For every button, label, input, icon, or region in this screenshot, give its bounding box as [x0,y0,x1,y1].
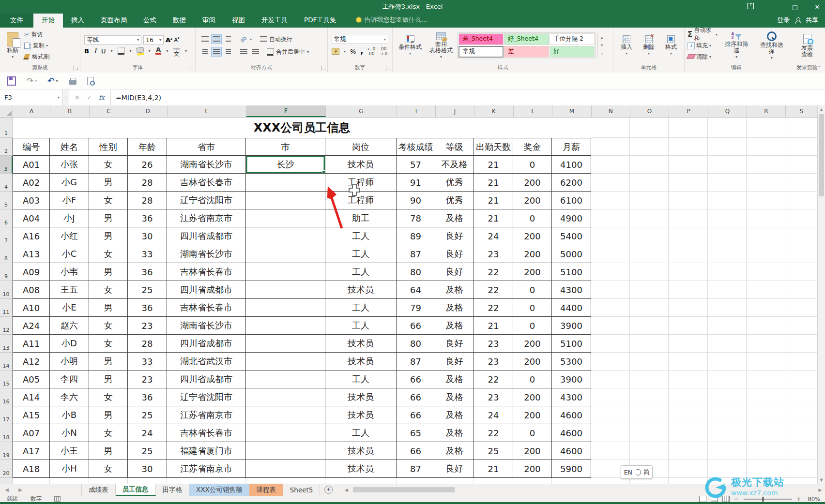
cell[interactable]: 女 [89,156,128,174]
cell[interactable]: 小N [50,424,89,442]
cell[interactable] [246,174,325,192]
cell[interactable]: 工人 [325,317,397,335]
cell[interactable]: A13 [13,245,50,263]
cell[interactable] [246,442,325,460]
cell[interactable]: 22 [474,371,513,388]
cell[interactable]: A16 [13,227,50,245]
cell[interactable] [630,317,669,335]
align-center-button[interactable] [211,47,222,57]
cell[interactable] [435,478,474,484]
column-header-M[interactable]: M [552,105,592,117]
cell[interactable] [785,442,817,460]
cell[interactable] [747,209,785,227]
cell[interactable] [591,299,630,317]
cell[interactable] [513,478,552,484]
cell[interactable]: 30 [128,460,167,478]
cell[interactable] [747,263,785,281]
cell[interactable]: 21 [474,209,513,227]
cell[interactable]: 4600 [552,406,591,424]
cell[interactable] [747,424,785,442]
sheet-tab-员工信息[interactable]: 员工信息 [116,484,156,496]
cell[interactable]: 辽宁省沈阳市 [167,388,246,406]
cell[interactable] [669,138,708,156]
cell[interactable] [669,406,708,424]
align-right-button[interactable] [223,47,233,57]
cancel-icon[interactable]: ✕ [75,94,80,101]
cell[interactable]: 3900 [552,371,591,388]
header-cell-编号[interactable]: 编号 [13,138,50,156]
column-header-L[interactable]: L [514,105,552,117]
cell[interactable] [708,156,747,174]
cell[interactable]: 200 [513,245,552,263]
cell[interactable] [708,138,747,156]
cell[interactable]: 5100 [552,263,591,281]
cell[interactable]: 不及格 [435,156,474,174]
cell[interactable]: 工人 [325,227,397,245]
cell[interactable] [630,156,669,174]
maximize-button[interactable]: ▢ [790,3,800,11]
cell[interactable]: 0 [513,209,552,227]
cell[interactable]: 23 [128,371,167,388]
cell[interactable]: 技术员 [325,281,397,299]
cell[interactable] [785,245,817,263]
align-left-button[interactable] [199,47,210,57]
cell[interactable] [708,245,747,263]
cell[interactable]: 24 [474,227,513,245]
cell[interactable] [128,478,167,484]
cell[interactable]: 0 [513,371,552,388]
cell[interactable]: 男 [89,209,128,227]
number-format-select[interactable]: 常规▾ [332,35,388,44]
row-header-11[interactable]: 11 [0,299,13,317]
cell[interactable]: 男 [89,406,128,424]
cell[interactable] [630,209,669,227]
cell[interactable]: A10 [13,299,50,317]
cell[interactable]: A12 [13,353,50,371]
cell[interactable]: 80 [397,263,435,281]
cell[interactable]: 及格 [435,371,474,388]
cell[interactable] [669,263,708,281]
header-cell-考核成绩[interactable]: 考核成绩 [397,138,435,156]
cell[interactable] [708,353,747,371]
cell[interactable] [630,281,669,299]
header-cell-出勤天数[interactable]: 出勤天数 [474,138,513,156]
column-header-E[interactable]: E [168,105,246,117]
cell[interactable] [669,424,708,442]
row-header-8[interactable]: 8 [0,245,13,263]
insert-function-icon[interactable]: fx [99,94,105,101]
cell[interactable]: 36 [128,299,167,317]
print-preview-button[interactable] [87,77,94,85]
cell[interactable] [708,406,747,424]
cell[interactable]: 小B [50,406,89,424]
cell[interactable] [669,371,708,388]
sheet-tab-成绩表[interactable]: 成绩表 [81,484,116,496]
cell[interactable]: 36 [128,263,167,281]
cell[interactable]: 30 [128,227,167,245]
cell[interactable]: A15 [13,406,50,424]
row-header[interactable] [0,478,13,484]
comma-style-button[interactable]: , [360,47,363,56]
column-header-P[interactable]: P [669,105,708,117]
column-header-I[interactable]: I [397,105,436,117]
cell[interactable]: 湖南省长沙市 [167,317,246,335]
cell[interactable]: 200 [513,335,552,353]
cell[interactable] [246,227,325,245]
cell[interactable] [785,227,817,245]
header-cell-市[interactable]: 市 [246,138,325,156]
cell[interactable]: 工程师 [325,174,397,192]
cell-style-好[interactable]: 好 [550,46,595,58]
ribbon-tab-数据[interactable]: 数据 [165,14,194,28]
find-select-button[interactable]: 查找和选择▾ [756,28,788,63]
cell[interactable]: 0 [513,281,552,299]
cell[interactable] [397,478,435,484]
cell[interactable] [591,156,630,174]
cell[interactable] [630,192,669,209]
cell[interactable]: A24 [13,317,50,335]
cell[interactable]: 吉林省长春市 [167,174,246,192]
cell[interactable] [785,335,817,353]
cell[interactable]: 小G [50,174,89,192]
header-cell-省市[interactable]: 省市 [167,138,246,156]
cell[interactable]: 四川省成都市 [167,227,246,245]
cell[interactable]: 工人 [325,245,397,263]
cell[interactable]: 小C [50,245,89,263]
cell[interactable] [747,353,785,371]
